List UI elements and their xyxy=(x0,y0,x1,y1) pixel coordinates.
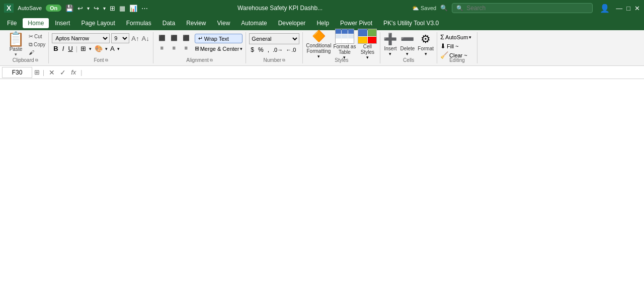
cut-button[interactable]: ✂ Cut xyxy=(29,33,45,40)
menu-data[interactable]: Data xyxy=(157,18,180,28)
merge-arrow: ▾ xyxy=(240,46,243,51)
menu-review[interactable]: Review xyxy=(181,18,211,28)
cell-styles-button[interactable]: CellStyles ▾ xyxy=(358,29,377,60)
alignment-group: ⬛ ⬛ ⬛ ≡ ≡ ≡ ↵ Wrap Text xyxy=(153,32,247,63)
formula-input[interactable] xyxy=(85,69,642,76)
filename: Warehouse Safety KPI Dashb... xyxy=(152,5,408,12)
clipboard-label: Clipboard ⧉ xyxy=(2,57,48,63)
save-icon[interactable]: 💾 xyxy=(65,5,73,12)
fill-arrow[interactable]: ▾ xyxy=(105,46,108,51)
formula-divider2: | xyxy=(80,69,82,76)
styles-group: 🔶 ConditionalFormatting ▾ Format asTable… xyxy=(303,32,380,63)
profile-icon[interactable]: 👤 xyxy=(600,4,610,13)
font-size-select[interactable]: 9 xyxy=(111,33,129,43)
font-family-select[interactable]: Aptos Narrow xyxy=(52,33,110,43)
formula-cancel-icon[interactable]: ✕ xyxy=(47,68,56,77)
title-bar: X AutoSave On 💾 ↩ ▾ ↪ ▾ ⊞ ▦ 📊 ⋯ Warehous… xyxy=(0,0,644,16)
formula-insert-icon[interactable]: fx xyxy=(69,68,77,77)
undo-icon[interactable]: ↩ xyxy=(77,5,83,12)
currency-button[interactable]: $ xyxy=(249,46,256,54)
percent-button[interactable]: % xyxy=(257,46,265,54)
increase-decimal-button[interactable]: .0→ xyxy=(272,46,284,53)
border-button[interactable]: ⊞ xyxy=(79,44,88,53)
undo-arrow[interactable]: ▾ xyxy=(87,6,90,11)
search-magnifier: 🔍 xyxy=(456,5,463,12)
ribbon: 📋 Paste ▾ ✂ Cut ⧉ Copy 🖌 Clipboard ⧉ Apt… xyxy=(0,30,644,66)
font-color-arrow[interactable]: ▾ xyxy=(117,46,120,51)
delete-button[interactable]: ➖ Delete ▾ xyxy=(400,33,415,56)
fill-color-button[interactable]: 🎨 xyxy=(93,44,104,53)
conditional-formatting-button[interactable]: 🔶 ConditionalFormatting ▾ xyxy=(306,30,331,59)
autosave-toggle[interactable]: On xyxy=(46,5,61,12)
italic-button[interactable]: I xyxy=(61,44,66,53)
number-format-select[interactable]: General xyxy=(249,33,299,44)
clipboard-group: 📋 Paste ▾ ✂ Cut ⧉ Copy 🖌 Clipboard ⧉ xyxy=(2,32,49,63)
menu-automate[interactable]: Automate xyxy=(236,18,272,28)
redo-arrow[interactable]: ▾ xyxy=(103,6,106,11)
align-right[interactable]: ≡ xyxy=(181,43,192,52)
merge-label: Merge & Center xyxy=(200,46,239,52)
align-top-right[interactable]: ⬛ xyxy=(181,33,192,42)
insert-button[interactable]: ➕ Insert ▾ xyxy=(383,33,397,56)
paste-button[interactable]: 📋 Paste ▾ xyxy=(5,31,27,58)
grid-icon[interactable]: ⊞ xyxy=(110,5,115,12)
menu-home[interactable]: Home xyxy=(23,18,49,28)
align-left[interactable]: ≡ xyxy=(156,43,168,52)
formula-bar: ⊞ | ✕ ✓ fx | xyxy=(0,66,644,79)
border-arrow[interactable]: ▾ xyxy=(89,46,92,52)
minimize-icon[interactable]: — xyxy=(616,5,622,12)
search-input[interactable] xyxy=(466,5,577,12)
underline-button[interactable]: U xyxy=(66,44,74,53)
editing-label: Editing xyxy=(437,57,477,63)
saved-status: ⛅ Saved xyxy=(412,5,436,12)
excel-logo: X xyxy=(4,4,14,13)
menu-developer[interactable]: Developer xyxy=(273,18,311,28)
menu-power-pivot[interactable]: Power Pivot xyxy=(335,18,377,28)
number-group: General $ % , .0→ ←.0 Number ⧉ xyxy=(246,32,303,63)
close-icon[interactable]: ✕ xyxy=(634,5,640,12)
menu-help[interactable]: Help xyxy=(311,18,334,28)
formula-expand-icon[interactable]: ⊞ xyxy=(34,68,40,76)
formula-divider: | xyxy=(43,69,44,76)
wrap-text-label: Wrap Text xyxy=(204,36,229,42)
formula-confirm-icon[interactable]: ✓ xyxy=(58,68,67,77)
copy-button[interactable]: ⧉ Copy xyxy=(29,41,45,48)
merge-center-button[interactable]: ⊞ Merge & Center ▾ xyxy=(195,45,243,52)
autosum-button[interactable]: Σ AutoSum ▾ xyxy=(440,33,474,41)
font-group: Aptos Narrow 9 A↑ A↓ B I U | ⊞ ▾ 🎨 ▾ A ▾ xyxy=(49,32,153,63)
merge-icon: ⊞ xyxy=(195,45,199,52)
menu-page-layout[interactable]: Page Layout xyxy=(76,18,120,28)
alignment-label: Alignment ⧉ xyxy=(153,57,246,63)
align-top-left[interactable]: ⬛ xyxy=(156,33,168,42)
search-box[interactable]: 🔍 xyxy=(452,3,593,13)
fill-button[interactable]: ⬇ Fill ~ xyxy=(440,42,474,50)
maximize-icon[interactable]: □ xyxy=(626,5,630,12)
font-increase-button[interactable]: A↑ xyxy=(131,35,139,42)
bold-button[interactable]: B xyxy=(52,44,59,53)
font-decrease-button[interactable]: A↓ xyxy=(141,35,150,42)
align-center[interactable]: ≡ xyxy=(169,43,180,52)
format-button[interactable]: ⚙ Format ▾ xyxy=(418,33,434,56)
search-icon: 🔍 xyxy=(440,5,448,12)
font-label: Font ⧉ xyxy=(49,57,152,63)
redo-icon[interactable]: ↪ xyxy=(94,5,99,12)
menu-insert[interactable]: Insert xyxy=(50,18,75,28)
menu-file[interactable]: File xyxy=(2,18,22,28)
align-top-center[interactable]: ⬛ xyxy=(169,33,180,42)
chart-icon[interactable]: 📊 xyxy=(129,5,137,12)
decrease-decimal-button[interactable]: ←.0 xyxy=(285,46,297,53)
menu-formulas[interactable]: Formulas xyxy=(121,18,156,28)
comma-button[interactable]: , xyxy=(266,46,271,54)
editing-group: Σ AutoSum ▾ ⬇ Fill ~ 🧹 Clear ~ Editing xyxy=(437,32,477,63)
menu-pk-utility[interactable]: PK's Utility Tool V3.0 xyxy=(378,18,444,28)
format-as-table-button[interactable]: Format asTable ▾ xyxy=(333,29,356,60)
more-icon[interactable]: ⋯ xyxy=(141,5,148,12)
table-icon[interactable]: ▦ xyxy=(119,5,125,12)
wrap-text-button[interactable]: ↵ Wrap Text xyxy=(195,34,243,43)
font-color-button[interactable]: A xyxy=(109,44,116,53)
cell-reference-input[interactable] xyxy=(2,67,32,78)
format-painter-button[interactable]: 🖌 xyxy=(29,49,45,55)
menu-bar: File Home Insert Page Layout Formulas Da… xyxy=(0,16,644,30)
wrap-text-icon: ↵ xyxy=(198,35,203,42)
menu-view[interactable]: View xyxy=(212,18,235,28)
